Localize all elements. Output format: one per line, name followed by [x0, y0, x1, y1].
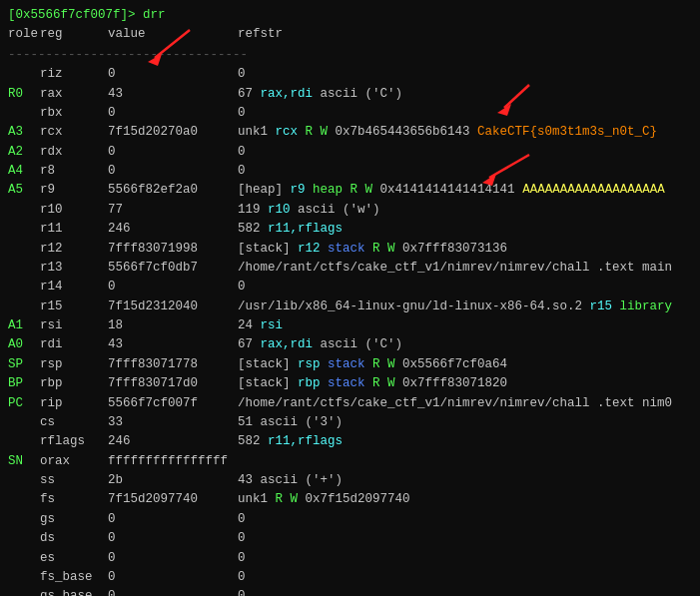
table-row: r15 7f15d2312040 /usr/lib/x86_64-linux-g…	[8, 298, 692, 316]
table-row: A5 r9 5566f82ef2a0 [heap] r9 heap R W 0x…	[8, 181, 692, 200]
header-role: role	[8, 25, 40, 44]
table-row: es 0 0	[8, 549, 692, 568]
table-row: fs_base 0 0	[8, 568, 692, 587]
table-row: PC rip 5566f7cf007f /home/rant/ctfs/cake…	[8, 394, 692, 413]
terminal-output: [0x5566f7cf007f]> drr role reg value ref…	[0, 0, 700, 596]
table-row: rflags 246 582 r11,rflags	[8, 432, 692, 451]
table-row: r12 7fff83071998 [stack] r12 stack R W 0…	[8, 240, 692, 259]
table-row: A2 rdx 0 0	[8, 143, 692, 162]
table-row: r11 246 582 r11,rflags	[8, 220, 692, 239]
column-headers: role reg value refstr	[8, 25, 692, 44]
table-row: gs 0 0	[8, 510, 692, 529]
table-row: A3 rcx 7f15d20270a0 unk1 rcx R W 0x7b465…	[8, 123, 692, 142]
table-row: A0 rdi 43 67 rax,rdi ascii ('C')	[8, 335, 692, 354]
table-row: fs 7f15d2097740 unk1 R W 0x7f15d2097740	[8, 490, 692, 509]
table-row: r14 0 0	[8, 278, 692, 297]
table-row: rbx 0 0	[8, 104, 692, 123]
table-row: r13 5566f7cf0db7 /home/rant/ctfs/cake_ct…	[8, 259, 692, 278]
prompt-top: [0x5566f7cf007f]> drr	[8, 6, 692, 25]
table-row: A4 r8 0 0	[8, 162, 692, 181]
table-row: SN orax ffffffffffffffff	[8, 452, 692, 471]
table-row: r10 77 119 r10 ascii ('w')	[8, 201, 692, 220]
header-refstr: refstr	[238, 25, 283, 44]
table-row: riz 0 0	[8, 65, 692, 84]
table-row: cs 33 51 ascii ('3')	[8, 413, 692, 432]
table-row: A1 rsi 18 24 rsi	[8, 316, 692, 335]
separator: --------------------------------	[8, 46, 692, 65]
prompt-top-text: [0x5566f7cf007f]> drr	[8, 6, 166, 25]
table-row: R0 rax 43 67 rax,rdi ascii ('C')	[8, 85, 692, 104]
table-row: gs_base 0 0	[8, 587, 692, 596]
table-row: BP rbp 7fff830717d0 [stack] rbp stack R …	[8, 374, 692, 393]
header-value: value	[108, 25, 238, 44]
table-row: SP rsp 7fff83071778 [stack] rsp stack R …	[8, 355, 692, 374]
table-row: ds 0 0	[8, 529, 692, 548]
table-row: ss 2b 43 ascii ('+')	[8, 471, 692, 490]
header-reg: reg	[40, 25, 108, 44]
